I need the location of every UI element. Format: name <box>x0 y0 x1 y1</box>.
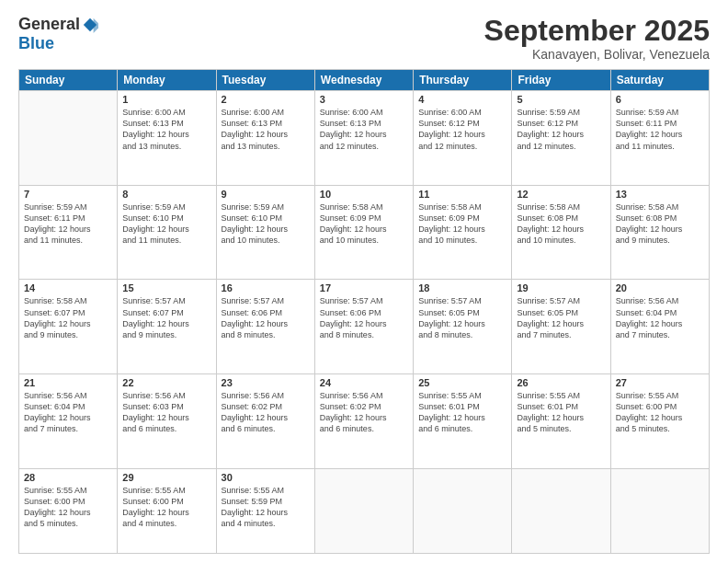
day-number: 12 <box>517 189 605 200</box>
day-number: 15 <box>122 282 210 293</box>
day-info: Sunrise: 6:00 AMSunset: 6:13 PMDaylight:… <box>320 107 408 152</box>
logo: General Blue <box>18 15 98 53</box>
table-row: 5Sunrise: 5:59 AMSunset: 6:12 PMDaylight… <box>512 91 610 186</box>
day-number: 7 <box>24 189 112 200</box>
day-info: Sunrise: 6:00 AMSunset: 6:13 PMDaylight:… <box>222 107 310 152</box>
table-row <box>414 468 512 553</box>
table-row: 24Sunrise: 5:56 AMSunset: 6:02 PMDayligh… <box>314 374 413 469</box>
day-number: 2 <box>222 94 310 105</box>
calendar-week-0: 1Sunrise: 6:00 AMSunset: 6:13 PMDaylight… <box>19 91 710 186</box>
header-row: Sunday Monday Tuesday Wednesday Thursday… <box>19 70 710 91</box>
table-row: 1Sunrise: 6:00 AMSunset: 6:13 PMDaylight… <box>118 91 216 186</box>
table-row <box>314 468 413 553</box>
day-info: Sunrise: 5:59 AMSunset: 6:12 PMDaylight:… <box>517 107 605 152</box>
calendar-week-3: 21Sunrise: 5:56 AMSunset: 6:04 PMDayligh… <box>19 374 710 469</box>
table-row: 9Sunrise: 5:59 AMSunset: 6:10 PMDaylight… <box>216 185 314 280</box>
day-info: Sunrise: 5:59 AMSunset: 6:10 PMDaylight:… <box>122 201 210 247</box>
table-row: 13Sunrise: 5:58 AMSunset: 6:08 PMDayligh… <box>610 185 709 280</box>
day-info: Sunrise: 5:57 AMSunset: 6:06 PMDaylight:… <box>320 295 408 340</box>
col-thursday: Thursday <box>414 70 512 91</box>
col-sunday: Sunday <box>19 70 118 91</box>
table-row <box>610 468 709 553</box>
table-row: 7Sunrise: 5:59 AMSunset: 6:11 PMDaylight… <box>19 185 118 280</box>
table-row: 10Sunrise: 5:58 AMSunset: 6:09 PMDayligh… <box>314 185 413 280</box>
table-row: 25Sunrise: 5:55 AMSunset: 6:01 PMDayligh… <box>414 374 512 469</box>
col-saturday: Saturday <box>610 70 709 91</box>
day-number: 25 <box>418 377 506 388</box>
month-title: September 2025 <box>484 15 710 47</box>
table-row: 14Sunrise: 5:58 AMSunset: 6:07 PMDayligh… <box>19 280 118 374</box>
day-info: Sunrise: 5:58 AMSunset: 6:09 PMDaylight:… <box>418 201 506 247</box>
table-row: 28Sunrise: 5:55 AMSunset: 6:00 PMDayligh… <box>19 468 118 553</box>
day-number: 6 <box>616 94 704 105</box>
col-wednesday: Wednesday <box>314 70 413 91</box>
table-row: 21Sunrise: 5:56 AMSunset: 6:04 PMDayligh… <box>19 374 118 469</box>
day-info: Sunrise: 6:00 AMSunset: 6:12 PMDaylight:… <box>418 107 506 152</box>
day-info: Sunrise: 5:55 AMSunset: 6:00 PMDaylight:… <box>122 485 210 530</box>
table-row: 6Sunrise: 5:59 AMSunset: 6:11 PMDaylight… <box>610 91 709 186</box>
day-info: Sunrise: 5:56 AMSunset: 6:04 PMDaylight:… <box>616 295 704 340</box>
day-number: 8 <box>122 189 210 200</box>
header: General Blue September 2025 Kanavayen, B… <box>18 15 710 62</box>
day-number: 18 <box>418 282 506 293</box>
svg-marker-1 <box>94 17 98 32</box>
table-row <box>512 468 610 553</box>
day-number: 17 <box>320 282 408 293</box>
col-friday: Friday <box>512 70 610 91</box>
day-info: Sunrise: 5:58 AMSunset: 6:08 PMDaylight:… <box>517 201 605 247</box>
day-info: Sunrise: 6:00 AMSunset: 6:13 PMDaylight:… <box>122 107 210 152</box>
table-row: 15Sunrise: 5:57 AMSunset: 6:07 PMDayligh… <box>118 280 216 374</box>
table-row: 23Sunrise: 5:56 AMSunset: 6:02 PMDayligh… <box>216 374 314 469</box>
table-row: 11Sunrise: 5:58 AMSunset: 6:09 PMDayligh… <box>414 185 512 280</box>
day-number: 4 <box>418 94 506 105</box>
day-info: Sunrise: 5:57 AMSunset: 6:05 PMDaylight:… <box>517 295 605 340</box>
table-row: 2Sunrise: 6:00 AMSunset: 6:13 PMDaylight… <box>216 91 314 186</box>
day-number: 13 <box>616 189 704 200</box>
day-number: 19 <box>517 282 605 293</box>
table-row: 19Sunrise: 5:57 AMSunset: 6:05 PMDayligh… <box>512 280 610 374</box>
day-info: Sunrise: 5:58 AMSunset: 6:09 PMDaylight:… <box>320 201 408 247</box>
day-number: 28 <box>24 472 112 483</box>
day-number: 21 <box>24 377 112 388</box>
day-number: 5 <box>517 94 605 105</box>
table-row: 12Sunrise: 5:58 AMSunset: 6:08 PMDayligh… <box>512 185 610 280</box>
table-row: 18Sunrise: 5:57 AMSunset: 6:05 PMDayligh… <box>414 280 512 374</box>
table-row: 17Sunrise: 5:57 AMSunset: 6:06 PMDayligh… <box>314 280 413 374</box>
day-number: 24 <box>320 377 408 388</box>
calendar-week-4: 28Sunrise: 5:55 AMSunset: 6:00 PMDayligh… <box>19 468 710 553</box>
day-info: Sunrise: 5:58 AMSunset: 6:08 PMDaylight:… <box>616 201 704 247</box>
table-row: 26Sunrise: 5:55 AMSunset: 6:01 PMDayligh… <box>512 374 610 469</box>
table-row: 4Sunrise: 6:00 AMSunset: 6:12 PMDaylight… <box>414 91 512 186</box>
day-info: Sunrise: 5:57 AMSunset: 6:05 PMDaylight:… <box>418 295 506 340</box>
table-row: 3Sunrise: 6:00 AMSunset: 6:13 PMDaylight… <box>314 91 413 186</box>
table-row: 16Sunrise: 5:57 AMSunset: 6:06 PMDayligh… <box>216 280 314 374</box>
day-info: Sunrise: 5:59 AMSunset: 6:10 PMDaylight:… <box>222 201 310 247</box>
day-number: 23 <box>222 377 310 388</box>
day-info: Sunrise: 5:58 AMSunset: 6:07 PMDaylight:… <box>24 295 112 340</box>
day-number: 16 <box>222 282 310 293</box>
day-number: 26 <box>517 377 605 388</box>
title-section: September 2025 Kanavayen, Bolivar, Venez… <box>484 15 710 62</box>
day-number: 14 <box>24 282 112 293</box>
day-info: Sunrise: 5:56 AMSunset: 6:02 PMDaylight:… <box>222 390 310 435</box>
calendar-week-1: 7Sunrise: 5:59 AMSunset: 6:11 PMDaylight… <box>19 185 710 280</box>
day-info: Sunrise: 5:55 AMSunset: 6:00 PMDaylight:… <box>616 390 704 435</box>
table-row: 30Sunrise: 5:55 AMSunset: 5:59 PMDayligh… <box>216 468 314 553</box>
day-info: Sunrise: 5:56 AMSunset: 6:04 PMDaylight:… <box>24 390 112 435</box>
col-monday: Monday <box>118 70 216 91</box>
day-number: 29 <box>122 472 210 483</box>
day-number: 11 <box>418 189 506 200</box>
calendar: Sunday Monday Tuesday Wednesday Thursday… <box>18 69 710 554</box>
day-number: 3 <box>320 94 408 105</box>
day-info: Sunrise: 5:55 AMSunset: 5:59 PMDaylight:… <box>222 485 310 530</box>
day-info: Sunrise: 5:59 AMSunset: 6:11 PMDaylight:… <box>24 201 112 247</box>
day-number: 20 <box>616 282 704 293</box>
day-info: Sunrise: 5:56 AMSunset: 6:02 PMDaylight:… <box>320 390 408 435</box>
day-info: Sunrise: 5:59 AMSunset: 6:11 PMDaylight:… <box>616 107 704 152</box>
day-info: Sunrise: 5:55 AMSunset: 6:01 PMDaylight:… <box>418 390 506 435</box>
day-number: 22 <box>122 377 210 388</box>
logo-general: General <box>18 15 80 34</box>
day-number: 1 <box>122 94 210 105</box>
day-info: Sunrise: 5:55 AMSunset: 6:01 PMDaylight:… <box>517 390 605 435</box>
logo-blue: Blue <box>18 34 54 52</box>
